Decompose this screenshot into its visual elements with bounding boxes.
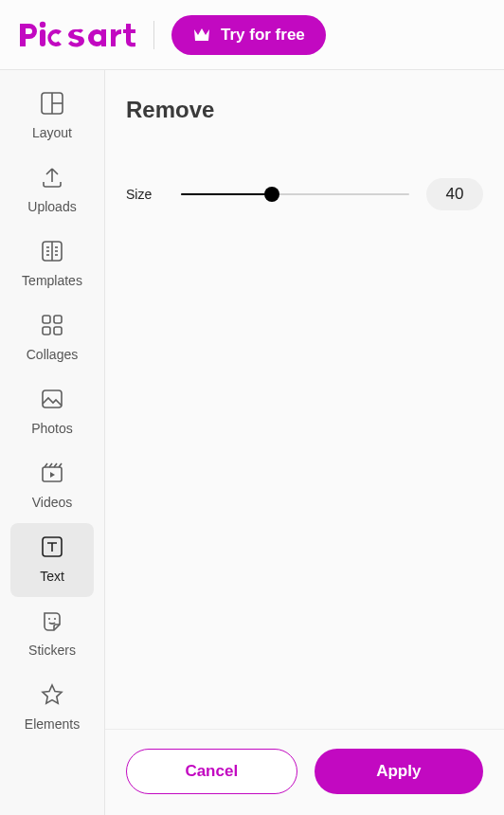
svg-point-21 — [54, 618, 56, 620]
panel-title: Remove — [126, 97, 483, 123]
text-icon — [40, 534, 64, 559]
sidebar-item-label: Photos — [31, 421, 73, 436]
main-panel: Remove Size 40 Cancel Apply — [105, 70, 504, 815]
try-for-free-label: Try for free — [221, 26, 305, 45]
crown-icon — [192, 27, 211, 43]
try-for-free-button[interactable]: Try for free — [171, 15, 326, 55]
sidebar-item-videos[interactable]: Videos — [10, 449, 94, 523]
svg-rect-16 — [54, 327, 62, 335]
svg-rect-14 — [54, 316, 62, 323]
svg-rect-1 — [40, 29, 45, 46]
sidebar-item-label: Uploads — [27, 199, 76, 214]
size-value[interactable]: 40 — [426, 178, 483, 210]
header-separator — [153, 21, 154, 49]
sidebar-item-label: Elements — [25, 716, 80, 732]
svg-point-0 — [40, 21, 45, 27]
svg-rect-17 — [43, 390, 62, 408]
collages-icon — [40, 313, 64, 337]
sidebar-item-text[interactable]: Text — [10, 523, 94, 597]
sidebar-item-label: Text — [40, 569, 64, 584]
slider-thumb[interactable] — [264, 187, 279, 202]
svg-point-20 — [48, 618, 50, 620]
logo[interactable] — [17, 18, 136, 52]
sticker-icon — [40, 608, 64, 633]
panel-footer: Cancel Apply — [105, 729, 504, 815]
apply-button[interactable]: Apply — [315, 749, 484, 794]
sidebar: LayoutUploadsTemplatesCollagesPhotosVide… — [0, 70, 105, 815]
size-row: Size 40 — [126, 178, 483, 210]
sidebar-item-collages[interactable]: Collages — [10, 301, 94, 375]
cancel-button[interactable]: Cancel — [126, 749, 297, 794]
svg-rect-15 — [43, 327, 50, 335]
sidebar-item-elements[interactable]: Elements — [10, 671, 94, 745]
layout-icon — [40, 91, 64, 116]
upload-icon — [40, 165, 64, 190]
size-slider[interactable] — [181, 185, 409, 204]
sidebar-item-label: Stickers — [28, 643, 76, 658]
sidebar-item-label: Collages — [27, 347, 78, 362]
sidebar-item-photos[interactable]: Photos — [10, 375, 94, 449]
sidebar-item-label: Templates — [22, 273, 82, 288]
star-icon — [40, 682, 64, 707]
sidebar-item-templates[interactable]: Templates — [10, 227, 94, 301]
sidebar-item-uploads[interactable]: Uploads — [10, 154, 94, 227]
sidebar-item-label: Layout — [32, 125, 72, 140]
size-label: Size — [126, 187, 164, 202]
sidebar-item-layout[interactable]: Layout — [10, 80, 94, 154]
sidebar-item-label: Videos — [32, 495, 73, 510]
sidebar-item-stickers[interactable]: Stickers — [10, 597, 94, 671]
templates-icon — [40, 239, 64, 263]
svg-rect-13 — [43, 316, 50, 323]
video-icon — [40, 461, 64, 485]
app-header: Try for free — [0, 0, 504, 70]
slider-fill — [181, 193, 272, 195]
photo-icon — [40, 387, 64, 411]
